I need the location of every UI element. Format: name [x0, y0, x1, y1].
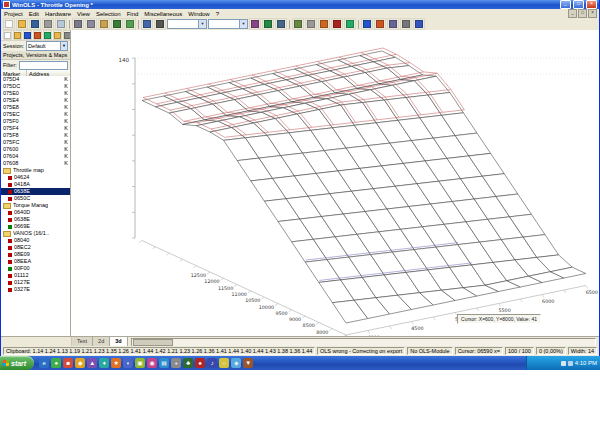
grid-button[interactable] — [305, 18, 317, 30]
map-item[interactable]: 0327E — [1, 286, 70, 293]
list-item[interactable]: 075DCK — [1, 83, 70, 90]
map-item[interactable]: 08EEA — [1, 258, 70, 265]
list-item[interactable]: 075E8K — [1, 104, 70, 111]
preview-button[interactable] — [55, 18, 67, 30]
menu-item-selection[interactable]: Selection — [93, 11, 124, 17]
export-file-button[interactable] — [33, 30, 42, 40]
taskbar-app-4-icon[interactable]: ◆ — [75, 358, 85, 368]
menu-item-edit[interactable]: Edit — [26, 11, 42, 17]
taskbar-app-16-icon[interactable]: ☼ — [219, 358, 229, 368]
open-project-button[interactable] — [13, 30, 22, 40]
map-item[interactable]: 04624 — [1, 174, 70, 181]
menu-item-help[interactable]: ? — [213, 11, 222, 17]
tray-volume-icon[interactable] — [561, 361, 566, 366]
folder-item[interactable]: Throttle map — [1, 167, 70, 174]
plot-area[interactable]: 1404000450050005500600065008000850090009… — [71, 30, 599, 336]
start-button[interactable]: start — [0, 356, 34, 370]
surface-plot[interactable]: 1404000450050005500600065008000850090009… — [71, 30, 599, 336]
menu-item-miscellaneous[interactable]: Miscellaneous — [141, 11, 185, 17]
value-combo[interactable]: ▼ — [208, 19, 248, 29]
taskbar-app-15-icon[interactable]: ♪ — [207, 358, 217, 368]
mdi-minimize-button[interactable]: _ — [568, 9, 577, 18]
list-item[interactable]: 075F0K — [1, 118, 70, 125]
menu-item-hardware[interactable]: Hardware — [42, 11, 74, 17]
menu-item-find[interactable]: Find — [124, 11, 142, 17]
new-project-button[interactable] — [3, 30, 12, 40]
list-item[interactable]: 07600K — [1, 146, 70, 153]
list-item[interactable]: 075E0K — [1, 90, 70, 97]
open-button[interactable] — [16, 18, 28, 30]
taskbar-app-14-icon[interactable]: ♠ — [195, 358, 205, 368]
print-button[interactable] — [42, 18, 54, 30]
map-item[interactable]: 01112 — [1, 272, 70, 279]
checksum-button[interactable] — [344, 18, 356, 30]
maximize-button[interactable]: □ — [573, 0, 584, 9]
map-item[interactable]: 08EC2 — [1, 244, 70, 251]
map-item[interactable]: 08040 — [1, 237, 70, 244]
map-item[interactable]: 08E09 — [1, 251, 70, 258]
map-item[interactable]: 0669E — [1, 223, 70, 230]
taskbar-app-7-icon[interactable]: ★ — [111, 358, 121, 368]
tray-network-icon[interactable] — [568, 361, 573, 366]
map-item[interactable]: 0638E — [1, 188, 70, 195]
menu-item-window[interactable]: Window — [185, 11, 212, 17]
list-item[interactable]: 075ECK — [1, 111, 70, 118]
zoom-out-button[interactable] — [292, 18, 304, 30]
taskbar-app-8-icon[interactable]: ◐ — [123, 358, 133, 368]
scrollbar-thumb[interactable] — [133, 339, 173, 346]
taskbar-app-3-icon[interactable]: ■ — [63, 358, 73, 368]
list-item[interactable]: 075E4K — [1, 97, 70, 104]
list-view-button[interactable] — [63, 30, 71, 40]
undo-button[interactable] — [111, 18, 123, 30]
copy-button[interactable] — [85, 18, 97, 30]
list-item[interactable]: 07608K — [1, 160, 70, 167]
help-button[interactable] — [413, 18, 425, 30]
map-item[interactable]: 0638E — [1, 216, 70, 223]
list-item[interactable]: 07604K — [1, 153, 70, 160]
map-button[interactable] — [318, 18, 330, 30]
taskbar-app-10-icon[interactable]: ◉ — [147, 358, 157, 368]
view-3d-button[interactable] — [262, 18, 274, 30]
filter-input[interactable] — [19, 61, 68, 70]
new-button[interactable] — [3, 18, 15, 30]
taskbar-app-13-icon[interactable]: ♣ — [183, 358, 193, 368]
map-item[interactable]: 0640D — [1, 209, 70, 216]
import-file-button[interactable] — [23, 30, 32, 40]
map-item[interactable]: 00F00 — [1, 265, 70, 272]
map-item[interactable]: 0127E — [1, 279, 70, 286]
taskbar-app-11-icon[interactable]: ▤ — [159, 358, 169, 368]
properties-button[interactable] — [387, 18, 399, 30]
map-item[interactable]: 0418A — [1, 181, 70, 188]
taskbar-app-1-icon[interactable]: e — [39, 358, 49, 368]
session-combo[interactable]: Default ▼ — [26, 41, 68, 51]
refresh-button[interactable] — [43, 30, 52, 40]
zoom-in-button[interactable] — [275, 18, 287, 30]
menu-item-view[interactable]: View — [74, 11, 93, 17]
folder-item[interactable]: VANOS (16/1.. — [1, 230, 70, 237]
list-item[interactable]: 075FCK — [1, 139, 70, 146]
redo-button[interactable] — [124, 18, 136, 30]
list-item[interactable]: 075F8K — [1, 132, 70, 139]
text-view-button[interactable] — [154, 18, 166, 30]
map-item[interactable]: 0650C — [1, 195, 70, 202]
taskbar-app-5-icon[interactable]: ▲ — [87, 358, 97, 368]
mdi-close-button[interactable]: × — [588, 9, 597, 18]
system-tray[interactable]: 4:10 PM — [526, 356, 600, 370]
folder-item[interactable]: Torque Manag — [1, 202, 70, 209]
list-item[interactable]: 075D4K — [1, 76, 70, 83]
taskbar-app-6-icon[interactable]: ♦ — [99, 358, 109, 368]
cut-button[interactable] — [72, 18, 84, 30]
folder-view-button[interactable] — [53, 30, 62, 40]
settings-button[interactable] — [400, 18, 412, 30]
menu-item-project[interactable]: Project — [1, 11, 26, 17]
find-button[interactable] — [141, 18, 153, 30]
title-bar[interactable]: WinOLS - Throttle Opening * _ □ × — [1, 0, 599, 9]
minimize-button[interactable]: _ — [560, 0, 571, 9]
save-button[interactable] — [29, 18, 41, 30]
paste-button[interactable] — [98, 18, 110, 30]
import-button[interactable] — [361, 18, 373, 30]
taskbar-app-12-icon[interactable]: + — [171, 358, 181, 368]
export-button[interactable] — [374, 18, 386, 30]
taskbar-app-2-icon[interactable]: ● — [51, 358, 61, 368]
list-item[interactable]: 075F4K — [1, 125, 70, 132]
